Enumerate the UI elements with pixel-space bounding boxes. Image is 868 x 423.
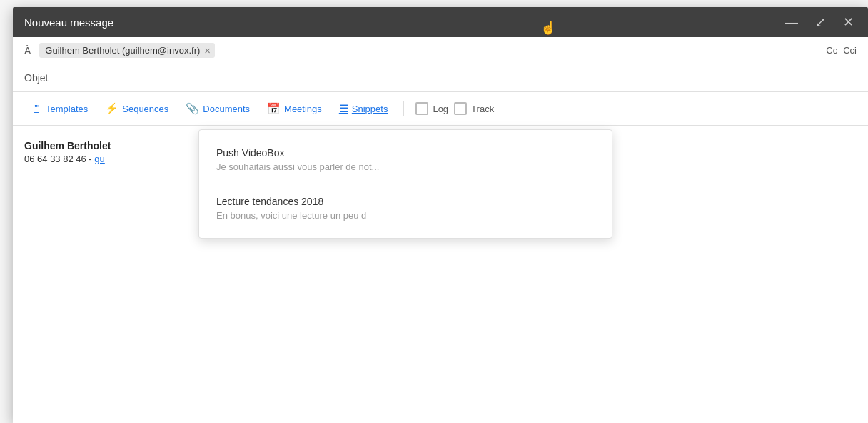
compose-header-actions: — ⤢ ✕ <box>782 14 857 30</box>
snippet-preview-2: En bonus, voici une lecture un peu d <box>216 210 595 221</box>
compose-title: Nouveau message <box>24 16 113 29</box>
recipient-chip: Guilhem Bertholet (guilhem@invox.fr) × <box>39 43 215 58</box>
track-group: Track <box>454 102 494 115</box>
compose-to-row: À Guilhem Bertholet (guilhem@invox.fr) ×… <box>13 37 868 64</box>
compose-header: Nouveau message — ⤢ ✕ <box>13 7 868 37</box>
documents-button[interactable]: 📎 Documents <box>178 98 257 119</box>
track-label: Track <box>471 104 494 114</box>
compose-toolbar: 🗒 Templates ⚡ Sequences 📎 Documents 📅 Me… <box>13 92 868 126</box>
documents-label: Documents <box>203 104 250 114</box>
compose-subject-row: Objet <box>13 64 868 92</box>
meetings-icon: 📅 <box>267 102 281 115</box>
body-contact-link-inline[interactable]: gu <box>94 154 104 164</box>
cc-bcc-group: Cc Cci <box>826 45 857 56</box>
snippets-label: Snippets <box>352 104 388 114</box>
recipient-name: Guilhem Bertholet (guilhem@invox.fr) <box>45 45 200 56</box>
meetings-label: Meetings <box>284 104 322 114</box>
templates-button[interactable]: 🗒 Templates <box>24 99 95 119</box>
documents-icon: 📎 <box>186 102 199 115</box>
sequences-label: Sequences <box>122 104 168 114</box>
track-checkbox[interactable] <box>454 102 467 115</box>
maximize-button[interactable]: ⤢ <box>812 14 829 30</box>
templates-icon: 🗒 <box>31 103 42 115</box>
close-button[interactable]: ✕ <box>840 14 857 30</box>
snippets-icon: ☰ <box>339 102 348 115</box>
snippets-dropdown: Push VideoBox Je souhaitais aussi vous p… <box>198 129 612 239</box>
snippets-button[interactable]: ☰ Snippets <box>332 98 395 119</box>
snippet-title-1: Push VideoBox <box>216 147 595 159</box>
snippet-title-2: Lecture tendances 2018 <box>216 196 595 207</box>
sequences-icon: ⚡ <box>105 102 118 115</box>
sequences-button[interactable]: ⚡ Sequences <box>98 98 176 119</box>
log-group: Log <box>415 102 448 115</box>
to-label: À <box>24 45 31 56</box>
recipient-remove-button[interactable]: × <box>204 45 211 56</box>
subject-label: Objet <box>24 72 48 84</box>
templates-label: Templates <box>46 104 88 114</box>
snippet-preview-1: Je souhaitais aussi vous parler de not..… <box>216 161 595 172</box>
log-checkbox[interactable] <box>415 102 428 115</box>
compose-window: Nouveau message — ⤢ ✕ À Guilhem Berthole… <box>13 7 868 423</box>
meetings-button[interactable]: 📅 Meetings <box>260 98 329 119</box>
minimize-button[interactable]: — <box>782 14 801 30</box>
snippet-item-2[interactable]: Lecture tendances 2018 En bonus, voici u… <box>199 184 612 232</box>
snippet-item-1[interactable]: Push VideoBox Je souhaitais aussi vous p… <box>199 136 612 184</box>
cc-button[interactable]: Cc <box>826 45 837 56</box>
bcc-button[interactable]: Cci <box>843 45 857 56</box>
log-label: Log <box>433 104 448 114</box>
toolbar-separator <box>403 101 404 116</box>
